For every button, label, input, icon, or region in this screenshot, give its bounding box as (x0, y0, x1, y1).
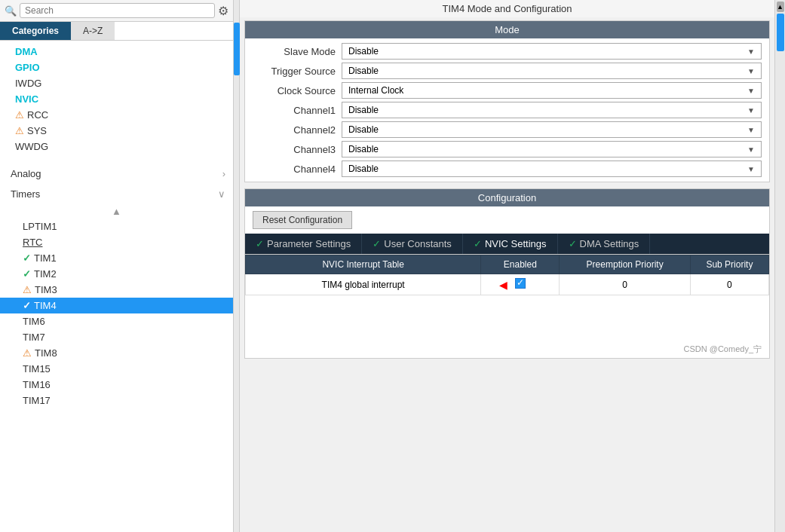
tab-dma-settings[interactable]: ✓ DMA Settings (558, 234, 651, 254)
channel2-label: Channel2 (253, 124, 336, 136)
tab-categories[interactable]: Categories (0, 22, 71, 40)
mode-row-trigger: Trigger Source Disable (253, 63, 762, 79)
table-row: TIM4 global interrupt ◀ 0 0 (246, 274, 769, 295)
mode-row-ch2: Channel2 Disable (253, 121, 762, 138)
channel4-label: Channel4 (253, 164, 336, 175)
sidebar-item-tim2[interactable]: ✓ TIM2 (0, 266, 233, 282)
col-header-name: NVIC Interrupt Table (246, 255, 481, 274)
warning-icon-tim8: ⚠ (23, 347, 32, 359)
search-bar: 🔍 ⚙ (0, 0, 233, 22)
scroll-up-indicator: ▲ (0, 204, 233, 219)
clock-source-select[interactable]: Internal Clock (342, 82, 762, 99)
main-scrollbar[interactable]: ▲ (774, 0, 785, 532)
col-header-enabled: Enabled (481, 255, 560, 274)
main-scrollbar-thumb[interactable] (777, 14, 784, 51)
sidebar-item-lptim1[interactable]: LPTIM1 (0, 219, 233, 234)
tab-user-label: User Constants (384, 238, 452, 249)
check-icon-user: ✓ (373, 238, 381, 249)
sidebar-item-gpio[interactable]: GPIO (0, 60, 233, 75)
mode-row-ch3: Channel3 Disable (253, 141, 762, 157)
sidebar-item-tim8[interactable]: ⚠ TIM8 (0, 345, 233, 361)
config-section: Configuration Reset Configuration ✓ Para… (244, 188, 770, 359)
interrupt-name: TIM4 global interrupt (246, 274, 481, 295)
sidebar-item-rtc[interactable]: RTC (0, 234, 233, 250)
warning-icon-rcc: ⚠ (15, 109, 24, 121)
trigger-source-select[interactable]: Disable (342, 63, 762, 79)
channel2-select[interactable]: Disable (342, 121, 762, 138)
config-section-label: Configuration (245, 189, 769, 206)
channel3-label: Channel3 (253, 144, 336, 155)
check-icon-nvic: ✓ (474, 238, 482, 249)
check-icon-dma: ✓ (569, 238, 577, 249)
channel3-select[interactable]: Disable (342, 141, 762, 157)
sidebar-item-wwdg[interactable]: WWDG (0, 139, 233, 154)
tab-dma-label: DMA Settings (580, 238, 639, 249)
sidebar-item-sys[interactable]: ⚠ SYS (0, 123, 233, 139)
sidebar-item-tim15[interactable]: TIM15 (0, 361, 233, 377)
enabled-cell[interactable]: ◀ (481, 274, 560, 295)
reset-config-button[interactable]: Reset Configuration (253, 211, 352, 229)
enabled-checkbox[interactable] (515, 278, 526, 289)
sidebar-scrollbar-thumb[interactable] (234, 23, 240, 75)
col-header-sub: Sub Priority (690, 255, 768, 274)
gear-button[interactable]: ⚙ (218, 4, 228, 18)
panel-title: TIM4 Mode and Configuration (240, 0, 774, 17)
tab-az[interactable]: A->Z (71, 22, 115, 40)
check-icon-tim4: ✓ (23, 300, 31, 311)
sidebar-item-tim7[interactable]: TIM7 (0, 329, 233, 345)
timers-section[interactable]: Timers ∨ (0, 184, 233, 204)
warning-icon-tim3: ⚠ (23, 284, 32, 295)
tab-user-constants[interactable]: ✓ User Constants (362, 234, 463, 254)
tab-nvic-label: NVIC Settings (485, 238, 547, 249)
nvic-table: NVIC Interrupt Table Enabled Preemption … (245, 255, 769, 295)
watermark: CSDN @Comedy_宁 (245, 341, 769, 358)
col-header-preemption: Preemption Priority (560, 255, 691, 274)
channel4-select[interactable]: Disable (342, 161, 762, 177)
slave-mode-label: Slave Mode (253, 46, 336, 57)
sidebar-item-iwdg[interactable]: IWDG (0, 75, 233, 91)
preemption-priority-cell[interactable]: 0 (560, 274, 691, 295)
check-icon-tim1: ✓ (23, 252, 31, 264)
tab-parameter-settings[interactable]: ✓ Parameter Settings (245, 234, 362, 254)
cursor-indicator: ◀ (499, 279, 507, 291)
sidebar-item-rcc[interactable]: ⚠ RCC (0, 107, 233, 123)
sidebar-content: DMA GPIO IWDG NVIC ⚠ RCC ⚠ SYS WWDG Anal… (0, 41, 233, 532)
scroll-up-btn[interactable]: ▲ (777, 2, 784, 12)
sidebar-item-tim16[interactable]: TIM16 (0, 377, 233, 393)
mode-section-label: Mode (245, 21, 769, 38)
mode-grid: Slave Mode Disable Trigger Source Disabl… (245, 38, 769, 182)
check-icon-tim2: ✓ (23, 268, 31, 280)
mode-row-clock: Clock Source Internal Clock (253, 82, 762, 99)
tab-parameter-label: Parameter Settings (267, 238, 351, 249)
sidebar: 🔍 ⚙ Categories A->Z DMA GPIO IWDG NVIC ⚠… (0, 0, 234, 532)
sidebar-item-tim17[interactable]: TIM17 (0, 393, 233, 408)
main-panel: TIM4 Mode and Configuration Mode Slave M… (240, 0, 774, 532)
sidebar-tabs: Categories A->Z (0, 22, 233, 41)
slave-mode-select[interactable]: Disable (342, 43, 762, 60)
sidebar-item-nvic[interactable]: NVIC (0, 91, 233, 107)
clock-source-label: Clock Source (253, 85, 336, 96)
config-toolbar: Reset Configuration (245, 206, 769, 234)
sub-priority-cell[interactable]: 0 (690, 274, 768, 295)
warning-icon-sys: ⚠ (15, 125, 24, 136)
config-tabs: ✓ Parameter Settings ✓ User Constants ✓ … (245, 234, 769, 255)
sidebar-item-tim1[interactable]: ✓ TIM1 (0, 250, 233, 266)
mode-section: Mode Slave Mode Disable Trigger Source D… (244, 20, 770, 182)
search-icon: 🔍 (5, 5, 17, 17)
channel1-label: Channel1 (253, 105, 336, 116)
tab-nvic-settings[interactable]: ✓ NVIC Settings (463, 234, 558, 254)
channel1-select[interactable]: Disable (342, 102, 762, 118)
mode-row-slave: Slave Mode Disable (253, 43, 762, 60)
search-input[interactable] (20, 3, 215, 18)
sidebar-item-tim6[interactable]: TIM6 (0, 313, 233, 329)
chevron-down-icon: ∨ (218, 188, 225, 200)
check-icon-param: ✓ (256, 238, 264, 249)
sidebar-item-tim4[interactable]: ✓ TIM4 (0, 298, 233, 313)
sidebar-item-tim3[interactable]: ⚠ TIM3 (0, 282, 233, 298)
analog-section[interactable]: Analog › (0, 164, 233, 184)
sidebar-item-dma[interactable]: DMA (0, 44, 233, 60)
sidebar-scrollbar[interactable] (234, 0, 240, 532)
mode-row-ch1: Channel1 Disable (253, 102, 762, 118)
mode-row-ch4: Channel4 Disable (253, 161, 762, 177)
chevron-right-icon: › (222, 168, 225, 179)
